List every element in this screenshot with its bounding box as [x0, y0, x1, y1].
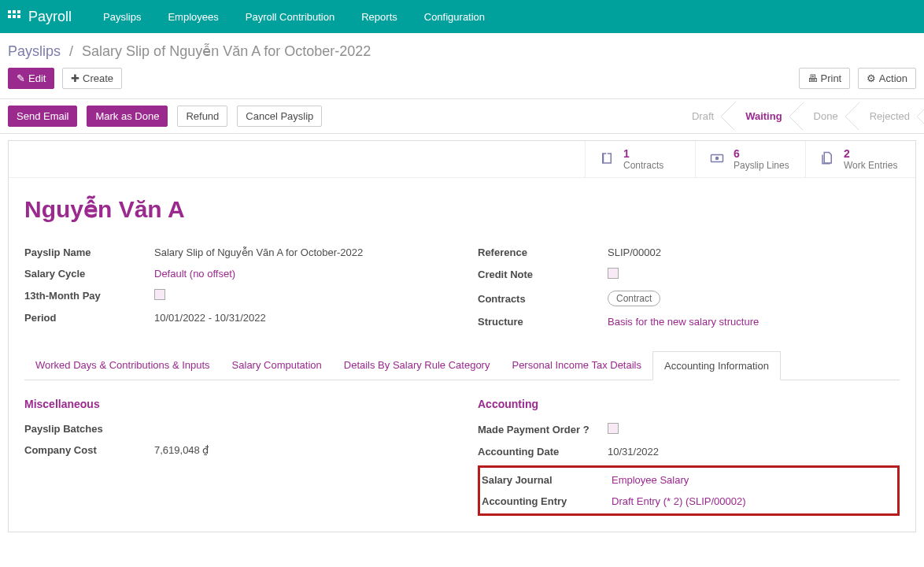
svg-point-7: [715, 156, 719, 160]
val-acct-entry[interactable]: Draft Entry (* 2) (SLIP/00002): [612, 495, 896, 507]
lbl-batches: Payslip Batches: [24, 423, 154, 435]
tab-details-rule[interactable]: Details By Salary Rule Category: [333, 351, 501, 380]
accounting-title: Accounting: [478, 398, 900, 410]
nav-items: Payslips Employees Payroll Contribution …: [91, 3, 497, 31]
nav-contribution[interactable]: Payroll Contribution: [233, 3, 347, 31]
misc-col: Miscellaneous Payslip Batches Company Co…: [24, 398, 446, 516]
stat-row: 1Contracts 6Payslip Lines 2Work Entries: [9, 141, 915, 178]
lbl-acct-entry: Accounting Entry: [482, 495, 612, 507]
status-steps: Draft Waiting Done Rejected: [675, 99, 924, 133]
nav-reports[interactable]: Reports: [349, 3, 410, 31]
val-structure[interactable]: Basis for the new salary structure: [608, 316, 900, 328]
chk-credit-note[interactable]: [608, 268, 619, 279]
form-sheet: 1Contracts 6Payslip Lines 2Work Entries …: [8, 140, 916, 532]
refund-button[interactable]: Refund: [177, 106, 227, 127]
tab-salary-computation[interactable]: Salary Computation: [221, 351, 333, 380]
step-draft[interactable]: Draft: [675, 102, 728, 130]
lbl-acct-date: Accounting Date: [478, 446, 608, 458]
lbl-payslip-name: Payslip Name: [24, 246, 154, 258]
svg-rect-5: [17, 15, 20, 18]
status-row: Send Email Mark as Done Refund Cancel Pa…: [0, 99, 924, 134]
create-button[interactable]: ✚Create: [62, 68, 122, 89]
chip-contract[interactable]: Contract: [608, 291, 660, 306]
nav-configuration[interactable]: Configuration: [412, 3, 497, 31]
svg-rect-0: [8, 10, 11, 13]
tab-pit-details[interactable]: Personal Income Tax Details: [501, 351, 652, 380]
stat-contracts-num: 1: [623, 147, 663, 160]
top-navbar: Payroll Payslips Employees Payroll Contr…: [0, 0, 924, 33]
val-reference: SLIP/00002: [608, 246, 900, 258]
val-salary-cycle[interactable]: Default (no offset): [154, 268, 446, 280]
svg-rect-1: [13, 10, 16, 13]
apps-icon[interactable]: [6, 9, 22, 24]
val-payslip-name: Salary Slip of Nguyễn Văn A for October-…: [154, 246, 446, 258]
send-email-button[interactable]: Send Email: [8, 106, 77, 127]
cancel-payslip-button[interactable]: Cancel Payslip: [237, 106, 322, 127]
stat-contracts[interactable]: 1Contracts: [585, 141, 695, 177]
stat-entries-lbl: Work Entries: [844, 160, 897, 171]
tab-accounting-info[interactable]: Accounting Information: [652, 351, 781, 380]
plus-icon: ✚: [71, 72, 79, 84]
lbl-period: Period: [24, 312, 154, 324]
lbl-company-cost: Company Cost: [24, 444, 154, 456]
stat-payslip-lines[interactable]: 6Payslip Lines: [695, 141, 805, 177]
lbl-13th: 13th-Month Pay: [24, 290, 154, 302]
tabs: Worked Days & Contributions & Inputs Sal…: [24, 351, 900, 380]
accounting-col: Accounting Made Payment Order ? Accounti…: [478, 398, 900, 516]
lbl-salary-journal: Salary Journal: [482, 474, 612, 486]
tab-body: Miscellaneous Payslip Batches Company Co…: [24, 380, 900, 516]
val-acct-date: 10/31/2022: [608, 446, 900, 458]
chk-made-po[interactable]: [608, 423, 619, 434]
breadcrumb-current: Salary Slip of Nguyễn Văn A for October-…: [82, 43, 371, 59]
edit-button[interactable]: ✎Edit: [8, 68, 54, 89]
stat-contracts-lbl: Contracts: [623, 160, 663, 171]
left-fields: Payslip NameSalary Slip of Nguyễn Văn A …: [24, 242, 446, 332]
stat-work-entries[interactable]: 2Work Entries: [805, 141, 915, 177]
svg-rect-3: [8, 15, 11, 18]
breadcrumb-sep: /: [69, 43, 73, 59]
print-icon: 🖶: [808, 72, 818, 84]
stat-entries-num: 2: [844, 147, 897, 160]
files-icon: [819, 151, 836, 168]
book-icon: [598, 151, 615, 168]
step-waiting[interactable]: Waiting: [728, 102, 796, 130]
lbl-credit-note: Credit Note: [478, 269, 608, 280]
val-period: 10/01/2022 - 10/31/2022: [154, 312, 446, 324]
step-done[interactable]: Done: [796, 102, 852, 130]
breadcrumb: Payslips / Salary Slip of Nguyễn Văn A f…: [0, 33, 924, 63]
highlight-box: Salary JournalEmployee Salary Accounting…: [478, 465, 900, 516]
mark-done-button[interactable]: Mark as Done: [87, 106, 168, 127]
lbl-reference: Reference: [478, 246, 608, 258]
control-row: ✎Edit ✚Create 🖶Print ⚙Action: [0, 63, 924, 99]
misc-title: Miscellaneous: [24, 398, 446, 410]
nav-payslips[interactable]: Payslips: [91, 3, 153, 31]
val-company-cost: 7,619,048 ₫: [154, 444, 446, 456]
breadcrumb-root[interactable]: Payslips: [8, 43, 61, 59]
lbl-contracts: Contracts: [478, 293, 608, 305]
right-fields: ReferenceSLIP/00002 Credit Note Contract…: [478, 242, 900, 332]
nav-employees[interactable]: Employees: [155, 3, 231, 31]
money-icon: [708, 151, 726, 168]
action-button[interactable]: ⚙Action: [858, 68, 916, 89]
chk-13th[interactable]: [154, 289, 165, 300]
val-salary-journal[interactable]: Employee Salary: [612, 474, 896, 486]
svg-rect-2: [17, 10, 20, 13]
lbl-salary-cycle: Salary Cycle: [24, 268, 154, 280]
employee-name: Nguyễn Văn A: [24, 195, 900, 223]
stat-lines-lbl: Payslip Lines: [734, 160, 789, 171]
gear-icon: ⚙: [867, 72, 876, 84]
svg-rect-4: [13, 15, 16, 18]
app-brand[interactable]: Payroll: [28, 9, 72, 25]
stat-lines-num: 6: [734, 147, 789, 160]
pencil-icon: ✎: [17, 72, 25, 84]
step-rejected[interactable]: Rejected: [852, 102, 924, 130]
print-button[interactable]: 🖶Print: [799, 68, 851, 89]
lbl-structure: Structure: [478, 316, 608, 328]
tab-worked-days[interactable]: Worked Days & Contributions & Inputs: [24, 351, 221, 380]
lbl-made-po: Made Payment Order ?: [478, 424, 608, 435]
